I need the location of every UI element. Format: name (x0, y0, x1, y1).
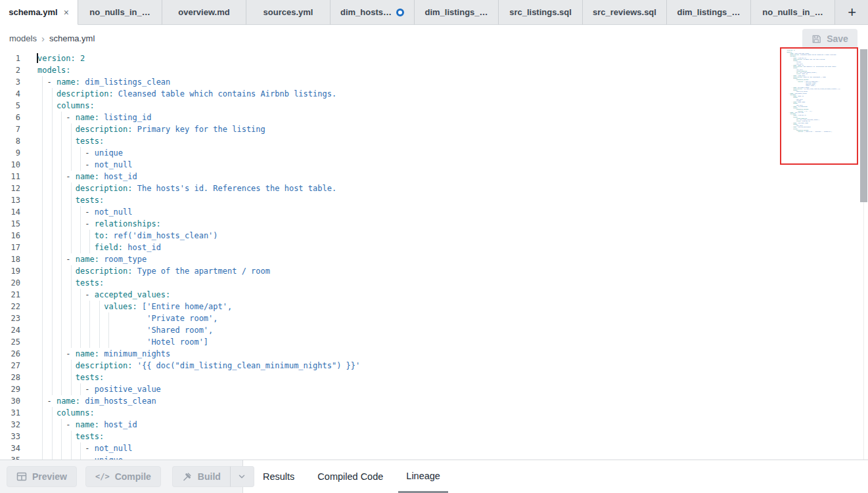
line-number: 5 (0, 100, 20, 112)
build-button[interactable]: Build (172, 466, 231, 487)
code-text: - name: minimum_nights (37, 348, 170, 360)
code-line[interactable]: 24 'Shared room', (0, 324, 868, 336)
code-line[interactable]: 5 columns: (0, 100, 868, 112)
code-text: tests: (37, 194, 104, 206)
code-line[interactable]: 22 values: ['Entire home/apt', (0, 301, 868, 312)
code-line[interactable]: 31 columns: (0, 407, 868, 419)
code-line[interactable]: 6 - name: listing_id (0, 112, 868, 123)
code-line[interactable]: 21 - accepted_values: (0, 289, 868, 301)
code-text: - not_null (37, 442, 133, 454)
code-line[interactable]: 17 field: host_id (0, 242, 868, 253)
code-text: - name: host_id (37, 419, 137, 431)
code-line[interactable]: 12 description: The hosts's id. Referenc… (0, 182, 868, 194)
code-text: field: host_id (37, 242, 161, 253)
file-tab[interactable]: dim_listings_… (667, 0, 751, 25)
file-tab[interactable]: dim_listings_… (415, 0, 499, 25)
minimap-content: version: 2models: - name: dim_listings_c… (781, 49, 857, 133)
code-line[interactable]: 1version: 2 (0, 53, 868, 64)
minimap-line: values: ['positive', 'neutral', 'negativ… (787, 131, 857, 132)
build-button-label: Build (198, 471, 221, 482)
code-line[interactable]: 18 - name: room_type (0, 253, 868, 265)
code-line[interactable]: 28 tests: (0, 372, 868, 383)
code-line[interactable]: 32 - name: host_id (0, 419, 868, 431)
code-line[interactable]: 10 - not_null (0, 159, 868, 171)
file-tab[interactable]: no_nulls_in_… (78, 0, 162, 25)
file-tab[interactable]: overview.md (162, 0, 246, 25)
code-text: description: Cleansed table which contai… (37, 88, 336, 100)
code-text: - name: room_type (37, 253, 147, 265)
file-tab[interactable]: schema.yml× (0, 0, 78, 25)
editor-scrollbar-thumb[interactable] (860, 49, 867, 202)
code-line[interactable]: 3 - name: dim_listings_clean (0, 76, 868, 88)
result-tab-lineage[interactable]: Lineage (398, 460, 448, 493)
code-line[interactable]: 15 - relationships: (0, 218, 868, 230)
line-number: 3 (0, 76, 20, 88)
code-line[interactable]: 2models: (0, 64, 868, 76)
line-number: 10 (0, 159, 20, 171)
save-button-label: Save (827, 33, 848, 44)
table-icon (16, 471, 27, 482)
breadcrumb-models[interactable]: models (9, 33, 37, 43)
code-text: - unique (37, 147, 123, 159)
line-number: 4 (0, 88, 20, 100)
file-tab[interactable]: dim_hosts… (331, 0, 415, 25)
code-line[interactable]: 19 description: Type of the apartment / … (0, 265, 868, 277)
result-tab-results[interactable]: Results (255, 460, 302, 493)
code-line[interactable]: 35 - unique (0, 454, 868, 460)
line-number: 17 (0, 242, 20, 253)
code-line[interactable]: 25 'Hotel room'] (0, 336, 868, 348)
code-editor[interactable]: 1version: 22models:3 - name: dim_listing… (0, 51, 868, 460)
code-line[interactable]: 9 - unique (0, 147, 868, 159)
result-tab-compiled-code[interactable]: Compiled Code (309, 460, 391, 493)
line-number: 24 (0, 324, 20, 336)
chevron-right-icon: › (41, 33, 45, 44)
dbt-ide-window: schema.yml×no_nulls_in_…overview.mdsourc… (0, 0, 868, 493)
compile-button-label: Compile (115, 471, 151, 482)
code-line[interactable]: 11 - name: host_id (0, 171, 868, 182)
code-text: - not_null (37, 206, 133, 218)
file-tab[interactable]: src_reviews.sql (583, 0, 667, 25)
file-tab-bar: schema.yml×no_nulls_in_…overview.mdsourc… (0, 0, 868, 25)
code-text: 'Private room', (37, 312, 218, 324)
code-line[interactable]: 23 'Private room', (0, 312, 868, 324)
code-text: tests: (37, 372, 104, 383)
code-line[interactable]: 7 description: Primary key for the listi… (0, 123, 868, 135)
code-line[interactable]: 30 - name: dim_hosts_clean (0, 395, 868, 407)
code-text: description: Primary key for the listing (37, 123, 265, 135)
code-line[interactable]: 20 tests: (0, 277, 868, 289)
code-text: tests: (37, 135, 104, 147)
code-line[interactable]: 8 tests: (0, 135, 868, 147)
code-line[interactable]: 16 to: ref('dim_hosts_clean') (0, 230, 868, 242)
code-text: description: The hosts's id. References … (37, 182, 336, 194)
file-tab-label: sources.yml (263, 7, 313, 17)
code-line[interactable]: 26 - name: minimum_nights (0, 348, 868, 360)
file-tab[interactable]: src_listings.sql (499, 0, 583, 25)
line-number: 14 (0, 206, 20, 218)
build-options-button[interactable] (231, 466, 254, 487)
line-number: 13 (0, 194, 20, 206)
line-number: 23 (0, 312, 20, 324)
code-text: version: 2 (37, 53, 85, 64)
file-tab[interactable]: no_nulls_in_… (751, 0, 835, 25)
code-line[interactable]: 4 description: Cleansed table which cont… (0, 88, 868, 100)
preview-button[interactable]: Preview (7, 466, 77, 487)
line-number: 32 (0, 419, 20, 431)
save-button[interactable]: Save (802, 29, 857, 49)
line-number: 20 (0, 277, 20, 289)
tab-bar-filler: + (835, 0, 868, 25)
code-line[interactable]: 27 description: '{{ doc("dim_listing_cle… (0, 360, 868, 372)
minimap[interactable]: version: 2models: - name: dim_listings_c… (780, 47, 858, 165)
new-tab-button[interactable]: + (842, 5, 861, 20)
line-number: 2 (0, 64, 20, 76)
code-line[interactable]: 13 tests: (0, 194, 868, 206)
code-text: - name: listing_id (37, 112, 151, 123)
code-line[interactable]: 33 tests: (0, 431, 868, 442)
compile-button[interactable]: </> Compile (85, 466, 161, 487)
tab-modified-dot-icon (396, 9, 404, 16)
code-line[interactable]: 29 - positive_value (0, 383, 868, 395)
code-line[interactable]: 14 - not_null (0, 206, 868, 218)
code-text: - accepted_values: (37, 289, 170, 301)
file-tab[interactable]: sources.yml (246, 0, 331, 25)
code-line[interactable]: 34 - not_null (0, 442, 868, 454)
tab-close-icon[interactable]: × (64, 7, 69, 18)
